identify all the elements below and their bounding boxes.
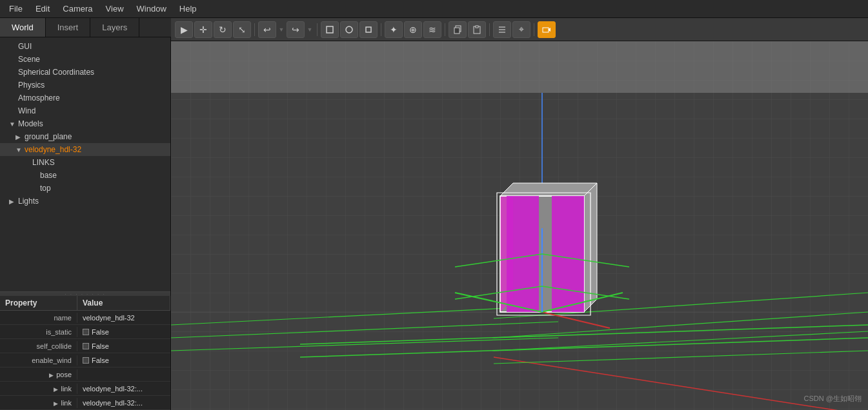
prop-key-label: link bbox=[61, 385, 72, 393]
svg-line-14 bbox=[300, 325, 868, 344]
svg-line-32 bbox=[542, 312, 610, 328]
translate-tool-button[interactable]: ✛ bbox=[194, 21, 212, 38]
undo-button[interactable]: ↩ bbox=[258, 21, 276, 38]
separator-3 bbox=[381, 23, 381, 36]
tree-item-velodyne-hdl-32[interactable]: ▼velodyne_hdl-32 bbox=[0, 143, 170, 156]
prop-row-3[interactable]: enable_wind False bbox=[0, 353, 170, 367]
box-shape-button[interactable] bbox=[321, 21, 339, 38]
menu-view[interactable]: View bbox=[99, 1, 130, 16]
prop-key-label: enable_wind bbox=[32, 356, 72, 364]
tree-item-wind[interactable]: Wind bbox=[0, 104, 170, 117]
prop-key-cell: is_static bbox=[0, 327, 77, 337]
tree-label: top bbox=[40, 184, 51, 193]
snap-button[interactable]: ⌖ bbox=[512, 21, 530, 38]
sphere-shape-button[interactable] bbox=[340, 21, 358, 38]
viewport-scene bbox=[171, 41, 868, 410]
scale-tool-button[interactable]: ⤡ bbox=[233, 21, 251, 38]
svg-marker-29 bbox=[507, 196, 539, 312]
tree-item-spherical-coords[interactable]: Spherical Coordinates bbox=[0, 66, 170, 79]
tree-item-ground-plane[interactable]: ▶ground_plane bbox=[0, 130, 170, 143]
svg-line-15 bbox=[300, 338, 868, 357]
undo-dropdown[interactable]: ▼ bbox=[278, 26, 285, 33]
prop-value-text: velodyne_hdl-32 bbox=[83, 314, 135, 322]
tree-label: LINKS bbox=[32, 158, 55, 167]
prop-key-label: self_collide bbox=[37, 342, 72, 350]
prop-checkbox[interactable] bbox=[83, 343, 89, 349]
prop-row-4[interactable]: ▶pose bbox=[0, 367, 170, 382]
menu-file[interactable]: File bbox=[3, 1, 29, 16]
tab-world[interactable]: World bbox=[0, 18, 46, 37]
cylinder-shape-button[interactable] bbox=[359, 21, 378, 38]
separator-6 bbox=[534, 23, 534, 36]
tab-layers[interactable]: Layers bbox=[90, 18, 139, 37]
tab-insert[interactable]: Insert bbox=[46, 18, 91, 37]
prop-col-property: Property bbox=[0, 296, 77, 311]
svg-marker-30 bbox=[552, 196, 584, 312]
menu-camera[interactable]: Camera bbox=[56, 1, 99, 16]
expand-arrow: ▼ bbox=[15, 146, 22, 153]
tree-item-top[interactable]: top bbox=[0, 182, 170, 195]
prop-checkbox[interactable] bbox=[83, 329, 89, 335]
menu-bar: File Edit Camera View Window Help bbox=[0, 0, 868, 18]
tree-item-base[interactable]: base bbox=[0, 169, 170, 182]
tree-item-lights[interactable]: ▶Lights bbox=[0, 195, 170, 208]
prop-key-label: pose bbox=[56, 371, 72, 378]
menu-edit[interactable]: Edit bbox=[29, 1, 56, 16]
prop-row-6[interactable]: ▶link velodyne_hdl-32:... bbox=[0, 396, 170, 410]
prop-key-cell: self_collide bbox=[0, 341, 77, 351]
select-tool-button[interactable]: ▶ bbox=[175, 21, 193, 38]
tree-label: Models bbox=[18, 119, 43, 128]
tree-item-physics[interactable]: Physics bbox=[0, 79, 170, 92]
tree-label: Lights bbox=[18, 197, 39, 206]
align-button[interactable] bbox=[493, 21, 511, 38]
tree-label: base bbox=[40, 171, 57, 180]
tree-item-gui[interactable]: GUI bbox=[0, 40, 170, 53]
prop-value-text: False bbox=[92, 356, 109, 364]
watermark: CSDN @生如昭翎 bbox=[804, 394, 862, 404]
prop-checkbox[interactable] bbox=[83, 357, 89, 364]
menu-help[interactable]: Help bbox=[173, 1, 203, 16]
spot-light-button[interactable]: ⊕ bbox=[404, 21, 422, 38]
prop-val-cell bbox=[77, 373, 170, 376]
toolbar: ▶ ✛ ↻ ⤡ ↩ ▼ ↪ ▼ ✦ ⊕ ≋ ⌖ bbox=[171, 18, 868, 41]
tree-item-links[interactable]: LINKS bbox=[0, 156, 170, 169]
copy-button[interactable] bbox=[449, 21, 467, 38]
expand-arrow: ▶ bbox=[9, 198, 15, 205]
camera-button[interactable] bbox=[538, 21, 556, 38]
svg-line-19 bbox=[494, 351, 868, 364]
sidebar: GUI Scene Spherical Coordinates Physics … bbox=[0, 37, 171, 410]
paste-button[interactable] bbox=[468, 21, 486, 38]
prop-val-cell: False bbox=[77, 355, 170, 366]
prop-rows: name velodyne_hdl-32 is_static False sel… bbox=[0, 311, 170, 410]
prop-row-2[interactable]: self_collide False bbox=[0, 339, 170, 353]
prop-row-1[interactable]: is_static False bbox=[0, 325, 170, 339]
redo-dropdown[interactable]: ▼ bbox=[306, 26, 314, 33]
rotate-tool-button[interactable]: ↻ bbox=[214, 21, 232, 38]
separator-5 bbox=[489, 23, 490, 36]
tree-label: Spherical Coordinates bbox=[18, 68, 94, 77]
svg-rect-10 bbox=[543, 28, 549, 32]
tree-item-models[interactable]: ▼Models bbox=[0, 117, 170, 130]
svg-rect-0 bbox=[327, 26, 333, 33]
tree-item-scene[interactable]: Scene bbox=[0, 53, 170, 66]
svg-point-1 bbox=[346, 26, 352, 33]
prop-key-cell: ▶link bbox=[0, 398, 77, 408]
redo-button[interactable]: ↪ bbox=[287, 21, 305, 38]
prop-row-5[interactable]: ▶link velodyne_hdl-32:... bbox=[0, 382, 170, 396]
prop-expand-arrow: ▶ bbox=[54, 386, 58, 393]
prop-value-text: velodyne_hdl-32:... bbox=[83, 399, 143, 407]
prop-header: Property Value bbox=[0, 296, 170, 311]
tree-item-atmosphere[interactable]: Atmosphere bbox=[0, 92, 170, 104]
menu-window[interactable]: Window bbox=[130, 1, 173, 16]
tree-label: Scene bbox=[18, 55, 40, 64]
separator-4 bbox=[445, 23, 445, 36]
tree-label: velodyne_hdl-32 bbox=[25, 145, 81, 154]
prop-val-cell: False bbox=[77, 327, 170, 337]
prop-expand-arrow: ▶ bbox=[49, 372, 54, 378]
prop-row-0[interactable]: name velodyne_hdl-32 bbox=[0, 311, 170, 325]
expand-arrow: ▶ bbox=[15, 133, 22, 141]
viewport[interactable]: CSDN @生如昭翎 bbox=[171, 41, 868, 410]
directional-light-button[interactable]: ≋ bbox=[423, 21, 441, 38]
tree-label: GUI bbox=[18, 42, 32, 51]
point-light-button[interactable]: ✦ bbox=[385, 21, 403, 38]
